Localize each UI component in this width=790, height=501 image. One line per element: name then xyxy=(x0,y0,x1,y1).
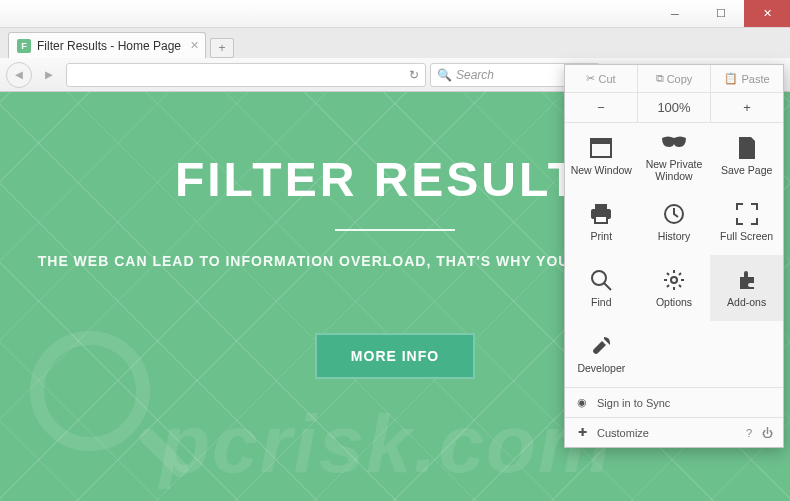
svg-rect-4 xyxy=(595,216,607,223)
sync-icon: ◉ xyxy=(575,396,589,409)
heading-divider xyxy=(335,229,455,231)
paste-button[interactable]: 📋Paste xyxy=(711,65,783,92)
save-icon xyxy=(734,135,760,161)
zoom-out-button[interactable]: − xyxy=(565,93,638,122)
menu-item-label: Add-ons xyxy=(727,297,766,309)
menu-item-addons[interactable]: Add-ons xyxy=(710,255,783,321)
reload-icon[interactable]: ↻ xyxy=(409,68,419,82)
hamburger-menu-panel: ✂Cut ⧉Copy 📋Paste − 100% + New WindowNew… xyxy=(564,64,784,448)
menu-item-save[interactable]: Save Page xyxy=(710,123,783,189)
menu-item-label: New Window xyxy=(571,165,632,177)
customize-row[interactable]: ✚ Customize ? ⏻ xyxy=(565,417,783,447)
window-icon xyxy=(588,135,614,161)
menu-item-find[interactable]: Find xyxy=(565,255,638,321)
customize-label: Customize xyxy=(597,427,649,439)
find-icon xyxy=(588,267,614,293)
tab-close-icon[interactable]: ✕ xyxy=(190,39,199,52)
zoom-row: − 100% + xyxy=(565,93,783,123)
menu-item-print[interactable]: Print xyxy=(565,189,638,255)
menu-item-label: Save Page xyxy=(721,165,772,177)
mask-icon xyxy=(661,129,687,155)
menu-item-empty xyxy=(710,321,783,387)
help-icon[interactable]: ? xyxy=(746,427,752,439)
menu-item-window[interactable]: New Window xyxy=(565,123,638,189)
tab-active[interactable]: F Filter Results - Home Page ✕ xyxy=(8,32,206,58)
copy-button[interactable]: ⧉Copy xyxy=(638,65,711,92)
zoom-in-button[interactable]: + xyxy=(711,93,783,122)
menu-item-fullscreen[interactable]: Full Screen xyxy=(710,189,783,255)
menu-item-label: Options xyxy=(656,297,692,309)
addons-icon xyxy=(734,267,760,293)
options-icon xyxy=(661,267,687,293)
signin-row[interactable]: ◉ Sign in to Sync xyxy=(565,387,783,417)
tab-strip: F Filter Results - Home Page ✕ + xyxy=(0,28,790,58)
close-button[interactable]: ✕ xyxy=(744,0,790,27)
menu-item-label: Developer xyxy=(577,363,625,375)
new-tab-button[interactable]: + xyxy=(210,38,234,58)
zoom-value: 100% xyxy=(638,93,711,122)
copy-icon: ⧉ xyxy=(656,72,664,85)
svg-point-6 xyxy=(592,271,606,285)
menu-item-label: History xyxy=(658,231,691,243)
svg-point-8 xyxy=(671,277,677,283)
edit-row: ✂Cut ⧉Copy 📋Paste xyxy=(565,65,783,93)
menu-item-options[interactable]: Options xyxy=(638,255,711,321)
developer-icon xyxy=(588,333,614,359)
cut-icon: ✂ xyxy=(586,72,595,85)
url-bar[interactable]: ↻ xyxy=(66,63,426,87)
svg-rect-2 xyxy=(595,204,607,209)
menu-item-label: Full Screen xyxy=(720,231,773,243)
history-icon xyxy=(661,201,687,227)
window-titlebar: ─ ☐ ✕ xyxy=(0,0,790,28)
menu-item-label: New Private Window xyxy=(638,159,711,182)
back-button[interactable]: ◄ xyxy=(6,62,32,88)
paste-icon: 📋 xyxy=(724,72,738,85)
minimize-button[interactable]: ─ xyxy=(652,0,698,27)
maximize-button[interactable]: ☐ xyxy=(698,0,744,27)
tab-favicon: F xyxy=(17,39,31,53)
signin-label: Sign in to Sync xyxy=(597,397,670,409)
power-icon[interactable]: ⏻ xyxy=(762,427,773,439)
window-controls: ─ ☐ ✕ xyxy=(652,0,790,27)
more-info-button[interactable]: MORE INFO xyxy=(315,333,475,379)
search-icon: 🔍 xyxy=(437,68,452,82)
menu-grid: New WindowNew Private WindowSave PagePri… xyxy=(565,123,783,387)
svg-rect-1 xyxy=(591,139,611,144)
forward-button[interactable]: ► xyxy=(36,62,62,88)
menu-item-label: Print xyxy=(591,231,613,243)
customize-icon: ✚ xyxy=(575,426,589,439)
menu-item-history[interactable]: History xyxy=(638,189,711,255)
cut-button[interactable]: ✂Cut xyxy=(565,65,638,92)
print-icon xyxy=(588,201,614,227)
menu-item-label: Find xyxy=(591,297,611,309)
search-placeholder: Search xyxy=(456,68,494,82)
tab-title: Filter Results - Home Page xyxy=(37,39,181,53)
fullscreen-icon xyxy=(734,201,760,227)
svg-line-7 xyxy=(604,283,611,290)
menu-item-empty xyxy=(638,321,711,387)
menu-item-mask[interactable]: New Private Window xyxy=(638,123,711,189)
menu-item-developer[interactable]: Developer xyxy=(565,321,638,387)
